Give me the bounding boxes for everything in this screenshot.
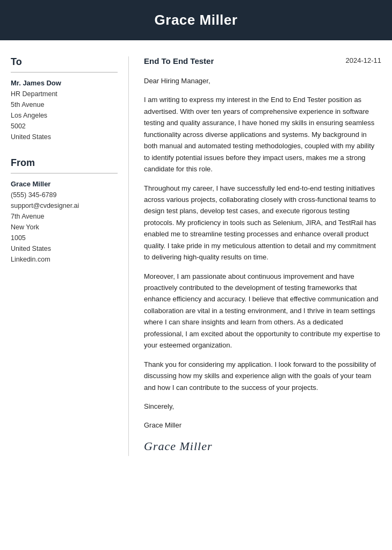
signature-name: Grace Miller — [144, 419, 381, 431]
from-label: From — [11, 157, 118, 169]
recipient-zip: 5002 — [11, 121, 118, 132]
paragraph-2: Throughout my career, I have successfull… — [144, 183, 381, 263]
recipient-name: Mr. James Dow — [11, 79, 118, 87]
job-title: End To End Tester — [144, 56, 214, 66]
from-section: From Grace Miller (555) 345-6789 support… — [11, 157, 118, 265]
sender-phone: (555) 345-6789 — [11, 190, 118, 200]
letter-body: Dear Hiring Manager, I am writing to exp… — [144, 75, 381, 456]
greeting: Dear Hiring Manager, — [144, 75, 381, 86]
recipient-department: HR Department — [11, 89, 118, 99]
recipient-street: 5th Avenue — [11, 99, 118, 110]
sender-city: New York — [11, 222, 118, 233]
sender-street: 7th Avenue — [11, 211, 118, 222]
page: Grace Miller To Mr. James Dow HR Departm… — [0, 0, 392, 550]
to-divider — [11, 72, 118, 73]
sender-linkedin: Linkedin.com — [11, 254, 118, 265]
sender-zip: 1005 — [11, 233, 118, 243]
header: Grace Miller — [0, 0, 392, 40]
sender-country: United States — [11, 243, 118, 254]
to-section: To Mr. James Dow HR Department 5th Avenu… — [11, 56, 118, 142]
main-content: End To End Tester 2024-12-11 Dear Hiring… — [129, 56, 381, 456]
paragraph-1: I am writing to express my interest in t… — [144, 94, 381, 175]
main-header-row: End To End Tester 2024-12-11 — [144, 56, 381, 66]
content-area: To Mr. James Dow HR Department 5th Avenu… — [0, 40, 392, 472]
paragraph-4: Thank you for considering my application… — [144, 359, 381, 393]
closing: Sincerely, — [144, 401, 381, 412]
sidebar: To Mr. James Dow HR Department 5th Avenu… — [11, 56, 129, 456]
signature-script: Grace Miller — [144, 437, 381, 456]
from-divider — [11, 173, 118, 173]
to-label: To — [11, 56, 118, 68]
header-name: Grace Miller — [11, 12, 381, 28]
sender-name: Grace Miller — [11, 180, 118, 188]
sender-email: support@cvdesigner.ai — [11, 200, 118, 211]
letter-date: 2024-12-11 — [346, 56, 382, 64]
paragraph-3: Moreover, I am passionate about continuo… — [144, 271, 381, 351]
recipient-country: United States — [11, 132, 118, 142]
recipient-city: Los Angeles — [11, 110, 118, 121]
